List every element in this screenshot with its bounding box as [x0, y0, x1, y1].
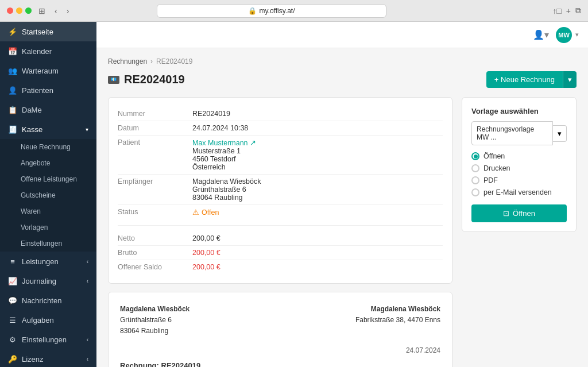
label-netto: Netto: [118, 234, 192, 242]
sidebar-item-kasse[interactable]: 🧾 Kasse ▾: [0, 119, 96, 139]
radio-oeffnen[interactable]: Öffnen: [471, 152, 567, 160]
template-select-value[interactable]: Rechnungsvorlage MW ...: [471, 121, 553, 145]
info-row-offener-saldo: Offener Saldo 200,00 €: [118, 260, 443, 274]
new-invoice-dropdown[interactable]: ▾: [563, 71, 577, 88]
lizenz-chevron: ‹: [87, 356, 88, 362]
extensions-icon[interactable]: ⧉: [575, 6, 581, 16]
sidebar-label-einstellungen: Einstellungen: [22, 335, 67, 344]
traffic-lights: [7, 7, 32, 14]
patient-link[interactable]: Max Mustermann ↗: [192, 139, 256, 147]
label-empfaenger: Empfänger: [118, 177, 192, 202]
user-menu[interactable]: 👤▾: [533, 29, 549, 40]
subitem-angebote[interactable]: Angebote: [0, 155, 96, 171]
minimize-button[interactable]: [16, 7, 22, 14]
sidebar-item-einstellungen[interactable]: ⚙ Einstellungen ‹: [0, 330, 96, 349]
radio-drucken-label: Drucken: [483, 164, 510, 172]
template-dropdown-arrow[interactable]: ▾: [553, 125, 567, 142]
sidebar-label-leistungen: Leistungen: [22, 257, 59, 266]
sidebar-label-warteraum: Warteraum: [22, 67, 59, 75]
sidebar-item-nachrichten[interactable]: 💬 Nachrichten: [0, 291, 96, 310]
sender-city: 83064 Raubling: [120, 327, 168, 335]
recipient-address: Magdalena Wiesböck Fabrikstraße 38, 4470…: [355, 304, 440, 337]
sidebar: ⚡ Startseite 📅 Kalender 👥 Warteraum 👤 Pa…: [0, 22, 96, 367]
radio-oeffnen-circle: [471, 152, 479, 160]
subitem-offene-leistungen[interactable]: Offene Leistungen: [0, 171, 96, 187]
label-offener-saldo: Offener Saldo: [118, 263, 192, 271]
breadcrumb: Rechnungen › RE2024019: [108, 57, 577, 65]
info-row-patient: Patient Max Mustermann ↗ Musterstraße 1 …: [118, 136, 443, 175]
address-bar[interactable]: 🔒 my.offisy.at/: [157, 4, 386, 18]
warteraum-icon: 👥: [8, 66, 17, 75]
sidebar-label-journaling: Journaling: [22, 277, 56, 285]
divider: [118, 225, 443, 226]
sidebar-item-patienten[interactable]: 👤 Patienten: [0, 80, 96, 100]
info-row-empfaenger: Empfänger Magdalena Wiesböck Grünthalstr…: [118, 175, 443, 205]
sidebar-label-kasse: Kasse: [22, 125, 42, 134]
sidebar-item-startseite[interactable]: ⚡ Startseite: [0, 22, 96, 41]
new-tab-icon[interactable]: +: [566, 6, 571, 16]
radio-oeffnen-label: Öffnen: [483, 152, 505, 160]
kasse-subitems: Neue Rechnung Angebote Offene Leistungen…: [0, 139, 96, 252]
side-panel: Vorlage auswählen Rechnungsvorlage MW ..…: [462, 97, 577, 367]
info-table: Nummer RE2024019 Datum 24.07.2024 10:38 …: [118, 107, 443, 219]
patienten-icon: 👤: [8, 86, 17, 95]
url-text: my.offisy.at/: [259, 7, 295, 15]
topbar: 👤▾ MW ▾: [96, 22, 588, 48]
kalender-icon: 📅: [8, 47, 17, 56]
new-invoice-button[interactable]: + Neue Rechnung: [486, 71, 563, 88]
radio-pdf[interactable]: PDF: [471, 176, 567, 184]
avatar: MW: [556, 27, 572, 43]
open-button[interactable]: ⊡ Öffnen: [471, 204, 567, 222]
share-icon[interactable]: ↑□: [552, 6, 561, 16]
action-radio-group: Öffnen Drucken PDF: [471, 152, 567, 196]
browser-chrome: ⊞ ‹ › 🔒 my.offisy.at/ ↑□ + ⧉: [0, 0, 588, 22]
invoice-preview-card: Magdalena Wiesböck Grünthalstraße 6 8306…: [108, 292, 452, 367]
invoice-title: Rechnung: RE2024019: [120, 361, 440, 367]
open-icon: ⊡: [503, 209, 509, 218]
radio-email-label: per E-Mail versenden: [483, 188, 552, 196]
journaling-icon: 📈: [8, 276, 17, 285]
avatar-menu[interactable]: MW ▾: [556, 27, 579, 43]
invoice-date: 24.07.2024: [120, 346, 440, 354]
sidebar-label-lizenz: Lizenz: [22, 355, 44, 364]
user-settings-icon: 👤▾: [533, 29, 549, 40]
tab-view-button[interactable]: ⊞: [36, 5, 48, 17]
sender-street: Grünthalstraße 6: [120, 316, 172, 324]
value-datum: 24.07.2024 10:38: [192, 124, 248, 132]
sidebar-item-lizenz[interactable]: 🔑 Lizenz ‹: [0, 349, 96, 367]
page-title: 💶 RE2024019: [108, 73, 185, 86]
sidebar-label-patienten: Patienten: [22, 86, 53, 95]
back-button[interactable]: ‹: [52, 5, 60, 17]
subitem-einstellungen[interactable]: Einstellungen: [0, 235, 96, 252]
browser-actions: ↑□ + ⧉: [552, 6, 581, 16]
subitem-vorlagen[interactable]: Vorlagen: [0, 219, 96, 235]
page-header: 💶 RE2024019 + Neue Rechnung ▾: [108, 71, 577, 88]
subitem-neue-rechnung[interactable]: Neue Rechnung: [0, 139, 96, 155]
sidebar-item-journaling[interactable]: 📈 Journaling ‹: [0, 271, 96, 291]
subitem-waren[interactable]: Waren: [0, 203, 96, 219]
sidebar-item-dame[interactable]: 📋 DaMe: [0, 100, 96, 119]
breadcrumb-sep: ›: [150, 57, 153, 65]
sidebar-item-warteraum[interactable]: 👥 Warteraum: [0, 61, 96, 80]
open-label: Öffnen: [513, 209, 535, 218]
nachrichten-icon: 💬: [8, 296, 17, 305]
status-text: Offen: [202, 208, 219, 217]
template-select-group: Rechnungsvorlage MW ... ▾: [471, 121, 567, 145]
maximize-button[interactable]: [25, 7, 32, 14]
sidebar-item-kalender[interactable]: 📅 Kalender: [0, 41, 96, 61]
subitem-gutscheine[interactable]: Gutscheine: [0, 187, 96, 203]
radio-drucken[interactable]: Drucken: [471, 164, 567, 172]
close-button[interactable]: [7, 7, 13, 14]
info-row-datum: Datum 24.07.2024 10:38: [118, 121, 443, 136]
sidebar-item-aufgaben[interactable]: ☰ Aufgaben: [0, 310, 96, 330]
recipient-name: Magdalena Wiesböck: [371, 305, 440, 313]
sidebar-label-nachrichten: Nachrichten: [22, 296, 61, 305]
sidebar-item-leistungen[interactable]: ≡ Leistungen ‹: [0, 252, 96, 271]
sidebar-label-dame: DaMe: [22, 106, 42, 114]
forward-button[interactable]: ›: [64, 5, 72, 17]
radio-pdf-label: PDF: [483, 176, 498, 184]
breadcrumb-parent[interactable]: Rechnungen: [108, 57, 147, 65]
radio-email-circle: [471, 188, 479, 196]
radio-email[interactable]: per E-Mail versenden: [471, 188, 567, 196]
label-brutto: Brutto: [118, 249, 192, 257]
